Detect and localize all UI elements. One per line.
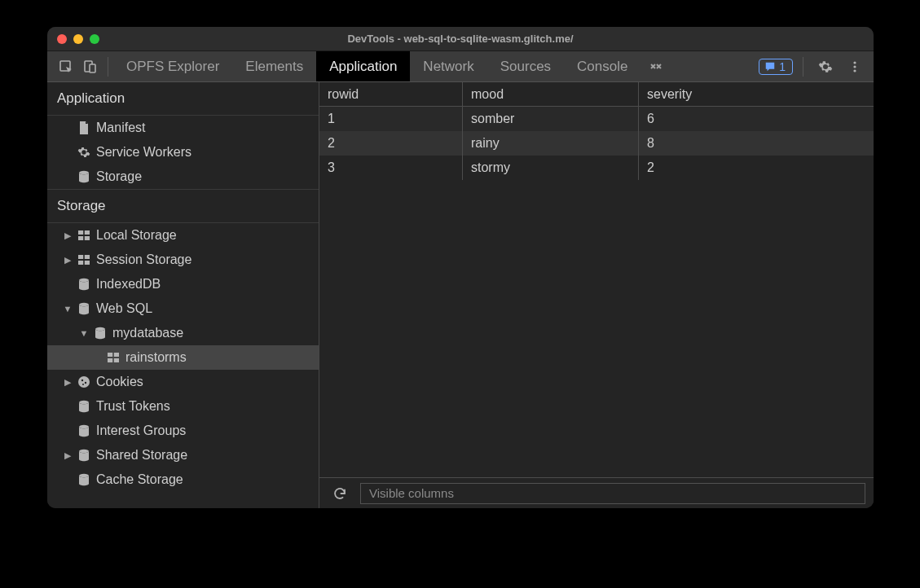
tree-label: IndexedDB xyxy=(96,277,161,292)
svg-point-13 xyxy=(79,279,89,282)
tree-label: rainstorms xyxy=(125,350,187,365)
tree-label: Cache Storage xyxy=(96,472,183,487)
chevron-right-icon: ▶ xyxy=(64,378,72,386)
tree-label: mydatabase xyxy=(112,326,183,340)
sidebar-item-manifest[interactable]: Manifest xyxy=(47,116,319,140)
column-severity[interactable]: severity xyxy=(639,82,874,106)
chevron-right-icon: ▶ xyxy=(64,231,72,239)
toolbar: OPFS Explorer Elements Application Netwo… xyxy=(47,51,874,82)
separator xyxy=(803,57,803,77)
svg-point-5 xyxy=(853,69,856,72)
inspect-element-icon[interactable] xyxy=(54,55,78,79)
close-button[interactable] xyxy=(57,34,67,44)
tab-console[interactable]: Console xyxy=(564,51,640,81)
sidebar-item-interest-groups[interactable]: Interest Groups xyxy=(47,419,319,443)
database-icon xyxy=(77,169,91,184)
svg-rect-12 xyxy=(83,255,85,265)
svg-point-25 xyxy=(79,450,89,453)
sidebar-item-trust-tokens[interactable]: Trust Tokens xyxy=(47,394,319,419)
svg-point-3 xyxy=(853,61,856,64)
settings-icon[interactable] xyxy=(813,55,838,79)
svg-point-15 xyxy=(95,327,105,331)
chevron-right-icon: ▶ xyxy=(64,256,72,264)
cell-rowid: 3 xyxy=(319,156,463,180)
svg-point-23 xyxy=(79,401,89,404)
sidebar-item-service-workers[interactable]: Service Workers xyxy=(47,140,319,165)
tree-label: Local Storage xyxy=(96,228,177,243)
tab-sources[interactable]: Sources xyxy=(487,51,564,81)
cell-mood: rainy xyxy=(463,131,639,156)
titlebar: DevTools - web-sql-to-sqlite-wasm.glitch… xyxy=(47,27,874,51)
sidebar-item-cookies[interactable]: ▶ Cookies xyxy=(47,370,319,394)
column-rowid[interactable]: rowid xyxy=(319,82,463,106)
cell-mood: somber xyxy=(463,107,639,131)
sidebar-item-shared-storage[interactable]: ▶ Shared Storage xyxy=(47,443,319,467)
tree-label: Service Workers xyxy=(96,145,191,160)
tab-opfs-explorer[interactable]: OPFS Explorer xyxy=(113,51,232,81)
table-footer xyxy=(319,477,874,508)
tab-application[interactable]: Application xyxy=(316,51,410,81)
svg-point-22 xyxy=(82,384,84,385)
cookie-icon xyxy=(77,375,91,389)
chevron-right-icon: ▶ xyxy=(64,451,72,459)
database-icon xyxy=(77,472,91,487)
chevron-down-icon: ▼ xyxy=(80,329,88,337)
refresh-icon[interactable] xyxy=(328,481,352,506)
visible-columns-input[interactable] xyxy=(360,483,865,504)
fullscreen-button[interactable] xyxy=(90,34,99,44)
tree-label: Interest Groups xyxy=(96,423,186,438)
sidebar: Application Manifest Service Workers Sto… xyxy=(47,82,319,508)
sidebar-item-indexeddb[interactable]: IndexedDB xyxy=(47,272,319,296)
svg-point-19 xyxy=(78,376,90,388)
table-row[interactable]: 1 somber 6 xyxy=(319,107,874,131)
table-icon xyxy=(77,228,91,243)
main-panel: rowid mood severity 1 somber 6 2 rainy 8 xyxy=(319,82,874,508)
tree-label: Storage xyxy=(96,169,142,184)
svg-rect-9 xyxy=(83,230,85,240)
cell-severity: 2 xyxy=(639,156,874,180)
table-row[interactable]: 3 stormy 2 xyxy=(319,156,874,180)
database-icon xyxy=(93,326,108,340)
tree-label: Web SQL xyxy=(96,301,152,316)
sidebar-item-local-storage[interactable]: ▶ Local Storage xyxy=(47,223,319,248)
data-table: rowid mood severity 1 somber 6 2 rainy 8 xyxy=(319,82,874,477)
sidebar-item-session-storage[interactable]: ▶ Session Storage xyxy=(47,248,319,272)
column-mood[interactable]: mood xyxy=(463,82,639,106)
sidebar-item-web-sql[interactable]: ▼ Web SQL xyxy=(47,296,319,321)
device-toolbar-icon[interactable] xyxy=(78,55,103,79)
devtools-window: DevTools - web-sql-to-sqlite-wasm.glitch… xyxy=(47,27,874,508)
minimize-button[interactable] xyxy=(73,34,83,44)
database-icon xyxy=(77,448,91,463)
kebab-menu-icon[interactable] xyxy=(843,55,867,79)
svg-point-20 xyxy=(81,380,83,381)
svg-point-14 xyxy=(79,303,89,306)
tree-label: Manifest xyxy=(96,121,145,135)
svg-point-24 xyxy=(79,425,89,428)
sidebar-item-cache-storage[interactable]: Cache Storage xyxy=(47,467,319,492)
section-storage: Storage xyxy=(47,189,319,223)
more-tabs-icon[interactable] xyxy=(640,51,671,81)
table-row[interactable]: 2 rainy 8 xyxy=(319,131,874,156)
toolbar-right: 1 xyxy=(759,55,867,79)
svg-point-21 xyxy=(85,382,86,384)
tab-network[interactable]: Network xyxy=(410,51,486,81)
tree-label: Trust Tokens xyxy=(96,399,170,414)
document-icon xyxy=(77,121,91,135)
database-icon xyxy=(77,301,91,316)
tree-label: Shared Storage xyxy=(96,448,187,463)
sidebar-item-rainstorms[interactable]: rainstorms xyxy=(47,345,319,370)
sidebar-item-storage-overview[interactable]: Storage xyxy=(47,165,319,189)
database-icon xyxy=(77,399,91,414)
svg-rect-2 xyxy=(90,64,95,72)
window-controls xyxy=(57,34,99,44)
cell-rowid: 2 xyxy=(319,131,463,156)
sidebar-item-mydatabase[interactable]: ▼ mydatabase xyxy=(47,321,319,345)
messages-badge[interactable]: 1 xyxy=(759,59,793,75)
database-icon xyxy=(77,277,91,292)
tab-elements[interactable]: Elements xyxy=(232,51,316,81)
svg-rect-18 xyxy=(112,353,114,362)
tree-label: Session Storage xyxy=(96,252,191,267)
table-icon xyxy=(106,350,121,365)
database-icon xyxy=(77,423,91,438)
window-title: DevTools - web-sql-to-sqlite-wasm.glitch… xyxy=(47,33,874,45)
